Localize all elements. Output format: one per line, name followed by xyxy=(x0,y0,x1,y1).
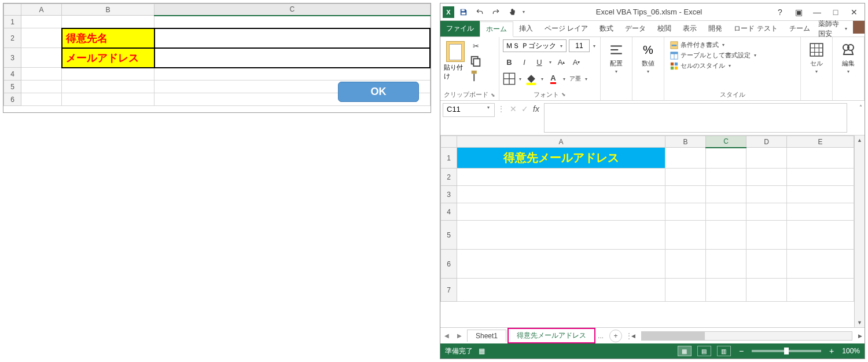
minimize-icon[interactable]: — xyxy=(809,6,825,19)
tab-team[interactable]: チーム xyxy=(784,21,816,36)
horizontal-scrollbar[interactable] xyxy=(641,331,852,341)
macro-rec-icon[interactable]: ▦ xyxy=(479,347,485,355)
input-mail-address[interactable] xyxy=(155,48,431,68)
col-a[interactable]: A xyxy=(457,136,665,148)
cell-styles-button[interactable]: セルのスタイル▾ xyxy=(670,61,795,70)
bold-button[interactable]: B xyxy=(503,56,516,69)
row-7[interactable]: 7 xyxy=(441,279,457,302)
formula-input[interactable] xyxy=(544,103,847,133)
tab-loadtest[interactable]: ロード テスト xyxy=(728,21,783,36)
font-name-dropdown[interactable]: ＭＳ Ｐゴシック▾ xyxy=(503,39,567,52)
italic-button[interactable]: I xyxy=(518,56,531,69)
label-mail-address[interactable]: メールアドレス xyxy=(62,48,155,68)
clipboard-launcher-icon[interactable]: ⬊ xyxy=(491,92,495,98)
col-header-a[interactable]: A xyxy=(21,4,62,16)
cell[interactable] xyxy=(665,250,706,279)
format-painter-icon[interactable] xyxy=(469,70,482,82)
cell[interactable] xyxy=(155,68,431,81)
cell[interactable] xyxy=(706,250,746,279)
view-pagelayout-icon[interactable]: ▤ xyxy=(697,346,711,356)
cell[interactable] xyxy=(787,250,854,279)
scroll-down-icon[interactable]: ▼ xyxy=(855,318,865,327)
tab-review[interactable]: 校閲 xyxy=(652,21,677,36)
cell[interactable] xyxy=(21,16,62,28)
cell[interactable] xyxy=(665,148,706,169)
tab-developer[interactable]: 開発 xyxy=(703,21,728,36)
row-header-2[interactable]: 2 xyxy=(4,28,21,48)
cell[interactable] xyxy=(155,16,431,28)
select-all-corner[interactable] xyxy=(4,4,21,16)
cell[interactable] xyxy=(746,279,787,302)
ok-button[interactable]: OK xyxy=(338,82,419,102)
col-d[interactable]: D xyxy=(746,136,787,148)
hscroll-right-icon[interactable]: ▶ xyxy=(856,333,865,339)
sheet-tab-sheet1[interactable]: Sheet1 xyxy=(467,330,506,342)
row-header-6[interactable]: 6 xyxy=(4,93,21,106)
maximize-icon[interactable]: □ xyxy=(827,6,844,19)
row-header-1[interactable]: 1 xyxy=(4,16,21,28)
cell[interactable] xyxy=(62,68,155,81)
cell[interactable] xyxy=(746,203,787,221)
fill-color-icon[interactable] xyxy=(525,72,538,85)
save-icon[interactable] xyxy=(457,5,470,19)
underline-button[interactable]: U xyxy=(533,56,546,69)
ribbon-options-icon[interactable]: ▣ xyxy=(790,6,807,19)
tab-view[interactable]: 表示 xyxy=(677,21,703,36)
cell[interactable] xyxy=(746,169,787,186)
row-5[interactable]: 5 xyxy=(441,221,457,250)
qat-customize-icon[interactable]: ▾ xyxy=(521,9,526,14)
vertical-scrollbar[interactable]: ▲ ▼ xyxy=(854,136,865,327)
zoom-level[interactable]: 100% xyxy=(842,347,860,355)
cell[interactable] xyxy=(746,186,787,203)
tab-pagelayout[interactable]: ページ レイア xyxy=(539,21,594,36)
cell[interactable] xyxy=(706,186,746,203)
fx-cancel-icon[interactable]: ✕ xyxy=(510,104,517,114)
paste-button[interactable]: 貼り付け xyxy=(444,41,467,81)
scroll-up-icon[interactable]: ▲ xyxy=(855,136,865,145)
formula-collapse-icon[interactable]: ˄ xyxy=(856,101,865,135)
fx-icon[interactable]: fx xyxy=(533,104,539,114)
col-e[interactable]: E xyxy=(787,136,854,148)
cell[interactable] xyxy=(706,148,746,169)
view-pagebreak-icon[interactable]: ▥ xyxy=(717,346,731,356)
cell[interactable] xyxy=(21,93,62,106)
cell[interactable] xyxy=(665,169,706,186)
edit-button[interactable]: 編集 ▾ xyxy=(836,39,860,76)
view-normal-icon[interactable]: ▦ xyxy=(678,346,692,356)
sheet-tabs-more[interactable]: ... xyxy=(595,332,606,340)
number-button[interactable]: % 数値 ▾ xyxy=(636,39,660,76)
fx-enter-icon[interactable]: ✓ xyxy=(521,104,528,114)
row-4[interactable]: 4 xyxy=(441,203,457,221)
cell[interactable] xyxy=(457,186,665,203)
font-size-caret[interactable]: ▾ xyxy=(592,43,597,49)
cell[interactable] xyxy=(62,93,155,106)
new-sheet-button[interactable]: + xyxy=(609,330,622,342)
cell[interactable] xyxy=(62,16,155,28)
sheet-nav-next-icon[interactable]: ▶ xyxy=(453,332,466,339)
font-color-icon[interactable]: A xyxy=(547,72,560,85)
select-all[interactable] xyxy=(441,136,457,148)
redo-icon[interactable] xyxy=(489,5,503,19)
cell[interactable] xyxy=(457,203,665,221)
cell[interactable] xyxy=(706,169,746,186)
sheet-tab-customer-mail[interactable]: 得意先メールアドレス xyxy=(507,328,595,343)
tab-data[interactable]: データ xyxy=(619,21,652,36)
cell[interactable] xyxy=(457,221,665,250)
zoom-in-button[interactable]: + xyxy=(827,346,836,356)
cell[interactable] xyxy=(21,48,62,68)
cell[interactable] xyxy=(787,169,854,186)
row-header-3[interactable]: 3 xyxy=(4,48,21,68)
font-size-dropdown[interactable]: 11 xyxy=(569,39,590,52)
help-icon[interactable]: ? xyxy=(772,6,788,19)
row-2[interactable]: 2 xyxy=(441,169,457,186)
cut-icon[interactable]: ✂ xyxy=(469,39,482,52)
cell[interactable] xyxy=(457,169,665,186)
cell[interactable] xyxy=(62,81,155,93)
col-header-b[interactable]: B xyxy=(62,4,155,16)
signin-name[interactable]: 薬師寺国安 ▾ xyxy=(816,21,851,36)
avatar[interactable] xyxy=(853,21,865,34)
row-header-5[interactable]: 5 xyxy=(4,81,21,93)
cell[interactable] xyxy=(665,203,706,221)
cell[interactable] xyxy=(787,279,854,302)
cell[interactable] xyxy=(746,221,787,250)
